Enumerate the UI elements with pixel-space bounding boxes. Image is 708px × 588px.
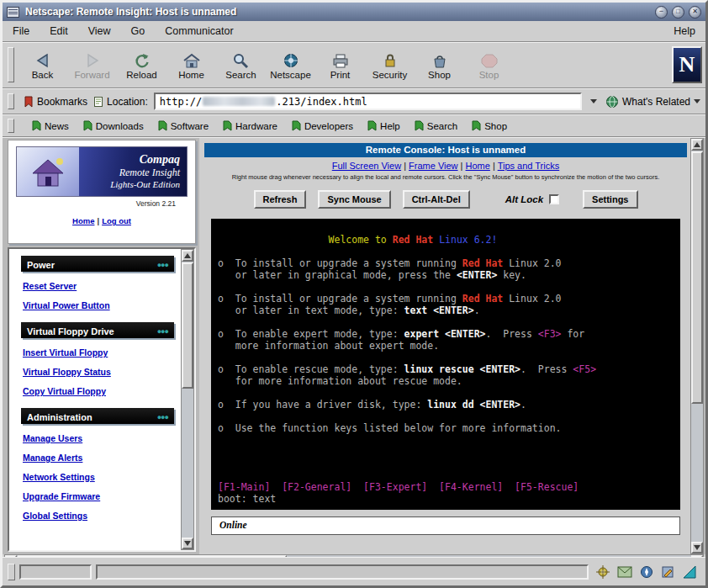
sidebar-section-header: Virtual Floppy Drive●●●: [21, 322, 174, 338]
home-link[interactable]: Home: [72, 216, 94, 225]
settings-button[interactable]: Settings: [583, 190, 637, 209]
console-line: for more information about rescue mode.: [218, 375, 674, 387]
menu-communicator[interactable]: Communicator: [165, 25, 233, 37]
menu-view[interactable]: View: [88, 25, 111, 37]
personal-toolbar-item[interactable]: Search: [415, 120, 457, 131]
console-line: [218, 281, 674, 293]
sidebar-link[interactable]: Manage Users: [23, 433, 172, 443]
sidebar-link[interactable]: Copy Virtual Floppy: [23, 386, 172, 396]
console-line: o To enable expert mode, type: expert <E…: [218, 328, 674, 340]
minimize-button[interactable]: [655, 6, 668, 19]
console-line: o To install or upgrade a system running…: [218, 257, 674, 269]
security-button[interactable]: Security: [365, 45, 415, 85]
decoration-dots-icon: ●●●: [157, 327, 168, 336]
forward-button[interactable]: Forward: [67, 45, 117, 85]
alt-lock-label: Alt Lock: [505, 194, 543, 204]
titlebar[interactable]: Netscape: Remote Insight: Host is unname…: [3, 3, 705, 21]
personal-toolbar-item[interactable]: News: [32, 120, 69, 131]
bookmarks-button[interactable]: Bookmarks: [24, 96, 87, 108]
resize-grip-icon[interactable]: [682, 564, 697, 580]
scroll-thumb[interactable]: [182, 262, 193, 389]
alt-lock-checkbox[interactable]: [549, 194, 559, 204]
url-input[interactable]: http:// .213/index.html: [154, 93, 582, 110]
url-history-dropdown[interactable]: [588, 93, 600, 110]
bookmark-ribbon-icon: [415, 120, 424, 131]
sidebar-link[interactable]: Upgrade Firmware: [23, 491, 172, 501]
whats-related-button[interactable]: What's Related: [605, 95, 700, 109]
menu-edit[interactable]: Edit: [50, 25, 68, 37]
scroll-thumb[interactable]: [691, 151, 703, 404]
stop-button[interactable]: Stop: [464, 45, 514, 85]
back-button[interactable]: Back: [18, 45, 67, 85]
sidebar-scrollbar[interactable]: [181, 249, 194, 550]
sidebar-link[interactable]: Network Settings: [23, 472, 172, 482]
console-line: o If you have a driver disk, type: linux…: [218, 399, 674, 411]
forward-label: Forward: [74, 70, 109, 80]
mail-icon[interactable]: [617, 566, 632, 578]
sidebar-link[interactable]: Global Settings: [23, 511, 172, 521]
toolbar-collapse-grip[interactable]: [8, 119, 14, 133]
netscape-button[interactable]: Netscape: [266, 45, 315, 85]
print-button[interactable]: Print: [315, 45, 365, 85]
scroll-up-button[interactable]: [182, 250, 193, 262]
gear-icon[interactable]: [596, 565, 610, 579]
scroll-down-button[interactable]: [691, 542, 703, 554]
scroll-down-button[interactable]: [182, 538, 193, 549]
console-line: [218, 246, 674, 257]
refresh-button[interactable]: Refresh: [254, 190, 307, 209]
composer-icon[interactable]: [661, 565, 674, 579]
statusbar-grip[interactable]: [8, 564, 15, 580]
menu-go[interactable]: Go: [131, 25, 145, 37]
separator: |: [458, 161, 466, 171]
scroll-up-button[interactable]: [691, 139, 703, 151]
console-header: Remote Console: Host is unnamed: [204, 143, 687, 157]
sidebar-link[interactable]: Reset Server: [23, 281, 172, 291]
close-button[interactable]: [689, 6, 701, 19]
sync-mouse-button[interactable]: Sync Mouse: [318, 190, 390, 209]
toolbar-collapse-grip[interactable]: [8, 47, 14, 82]
search-button[interactable]: Search: [216, 45, 266, 85]
console-nav-link[interactable]: Home: [466, 161, 490, 171]
console-note: Right mouse drag whenever necessary to a…: [199, 173, 692, 181]
sidebar-link[interactable]: Virtual Power Button: [23, 300, 172, 310]
brand-name: Compaq: [140, 152, 180, 167]
home-button[interactable]: Home: [166, 45, 216, 85]
personal-toolbar-label: Shop: [484, 121, 507, 131]
menu-help[interactable]: Help: [674, 25, 695, 37]
personal-toolbar-item[interactable]: Downloads: [83, 120, 144, 131]
sidebar-link[interactable]: Manage Alerts: [23, 453, 172, 463]
search-label: Search: [225, 70, 256, 80]
console-line: o Use the function keys listed below for…: [218, 422, 674, 434]
logout-link[interactable]: Log out: [102, 216, 131, 225]
personal-toolbar-item[interactable]: Developers: [292, 120, 353, 131]
maximize-button[interactable]: [672, 6, 684, 19]
console-nav-link[interactable]: Full Screen View: [332, 161, 401, 171]
console-nav-link[interactable]: Tips and Tricks: [498, 161, 560, 171]
toolbar-collapse-grip[interactable]: [8, 93, 14, 109]
navigator-icon[interactable]: [640, 565, 653, 579]
page-scrollbar[interactable]: [690, 138, 704, 554]
sidebar-link[interactable]: Virtual Floppy Status: [23, 367, 172, 377]
sidebar-link[interactable]: Insert Virtual Floppy: [23, 347, 172, 358]
shop-button[interactable]: Shop: [415, 45, 464, 85]
location-label-group: Location:: [93, 96, 148, 108]
netscape-logo[interactable]: N: [672, 46, 702, 83]
sidebar-sections: Power●●●Reset ServerVirtual Power Button…: [9, 249, 181, 550]
console-screen[interactable]: Welcome to Red Hat Linux 6.2! o To insta…: [211, 219, 680, 510]
location-bar: Bookmarks Location: http:// .213/index.h…: [3, 89, 705, 114]
personal-toolbar-item[interactable]: Software: [158, 120, 209, 131]
personal-toolbar-item[interactable]: Help: [367, 120, 400, 131]
console-line: [218, 352, 674, 363]
connection-status: Online: [211, 516, 680, 535]
console-line: [218, 387, 674, 399]
console-line: [218, 469, 674, 481]
reload-button[interactable]: Reload: [117, 45, 166, 85]
personal-toolbar-item[interactable]: Hardware: [223, 120, 277, 131]
ctrl-alt-del-button[interactable]: Ctrl-Alt-Del: [403, 190, 470, 209]
menu-file[interactable]: File: [13, 25, 29, 37]
console-nav-link[interactable]: Frame View: [409, 161, 457, 171]
window-menu-icon[interactable]: [7, 7, 19, 18]
console-line: [218, 446, 674, 458]
console-line: o To install or upgrade a system running…: [218, 293, 674, 305]
personal-toolbar-item[interactable]: Shop: [472, 120, 507, 131]
